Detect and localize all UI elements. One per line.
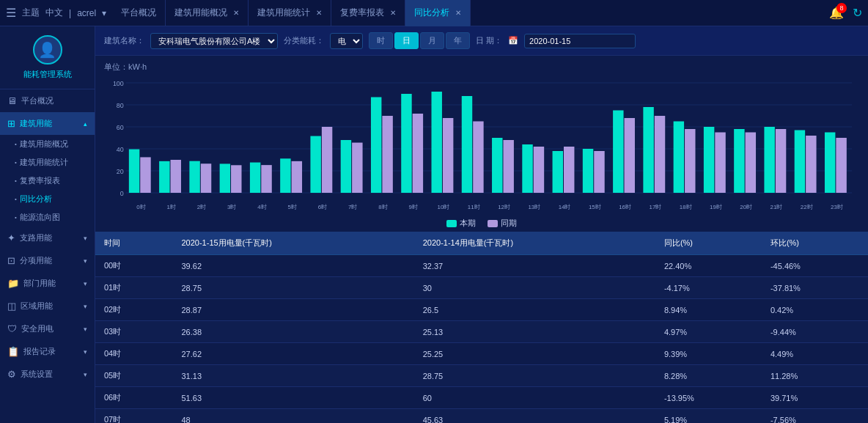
- svg-rect-40: [261, 165, 271, 193]
- svg-rect-46: [443, 118, 453, 193]
- svg-text:19时: 19时: [710, 204, 722, 210]
- svg-rect-17: [280, 158, 290, 193]
- svg-text:22时: 22时: [801, 204, 813, 210]
- hour-btn[interactable]: 时: [369, 32, 393, 49]
- top-tab[interactable]: 建筑用能概况✕: [166, 0, 249, 26]
- building-select[interactable]: 安科瑞电气股份有限公司A楼: [150, 33, 278, 49]
- building-icon: ⊞: [7, 118, 15, 129]
- tab-close-icon[interactable]: ✕: [455, 9, 461, 17]
- table-row: 05时31.1328.758.28%11.28%: [95, 365, 868, 387]
- sidebar-sub-rates[interactable]: 复费率报表: [9, 172, 95, 190]
- top-tab[interactable]: 建筑用能统计✕: [249, 0, 331, 26]
- sidebar-item-safety[interactable]: 🛡 安全用电 ▾: [0, 317, 95, 340]
- svg-text:13时: 13时: [528, 204, 540, 210]
- dept-icon: 📁: [7, 278, 19, 289]
- svg-text:23时: 23时: [831, 204, 843, 210]
- chevron-icon: ▾: [84, 235, 87, 242]
- sidebar-item-settings[interactable]: ⚙ 系统设置 ▾: [0, 363, 95, 386]
- top-bar-left: ☰ 主题 中文 | acrel ▾: [6, 6, 106, 20]
- svg-text:0: 0: [120, 190, 124, 197]
- table-cell: 9.39%: [655, 343, 762, 365]
- svg-text:20时: 20时: [740, 204, 752, 210]
- category-select[interactable]: 电: [330, 33, 363, 49]
- svg-text:100: 100: [113, 80, 124, 87]
- table-cell: 28.75: [414, 365, 655, 387]
- chevron-icon: ▾: [84, 257, 87, 265]
- table-row: 01时28.7530-4.17%-37.81%: [95, 277, 868, 299]
- svg-rect-12: [129, 150, 139, 193]
- top-tabs: 平台概况建筑用能概况✕建筑用能统计✕复费率报表✕同比分析✕: [112, 0, 829, 26]
- table-header: 环比(%): [762, 232, 868, 255]
- svg-rect-49: [534, 147, 544, 193]
- svg-text:7时: 7时: [348, 204, 357, 210]
- svg-rect-27: [583, 149, 593, 193]
- svg-text:2时: 2时: [197, 204, 206, 210]
- refresh-icon[interactable]: ↻: [853, 6, 862, 20]
- top-tab[interactable]: 平台概况: [112, 0, 166, 26]
- svg-text:16时: 16时: [619, 204, 631, 210]
- safety-icon: 🛡: [7, 323, 17, 334]
- svg-rect-48: [503, 140, 513, 193]
- svg-rect-16: [250, 163, 260, 193]
- year-btn[interactable]: 年: [446, 32, 470, 49]
- table-cell: 28.87: [172, 299, 413, 321]
- bell-icon[interactable]: 🔔 8: [829, 6, 844, 20]
- table-row: 00时39.6232.3722.40%-45.46%: [95, 255, 868, 277]
- avatar: 👤: [33, 35, 62, 65]
- sidebar-item-platform[interactable]: 🖥 平台概况: [0, 89, 95, 112]
- sidebar-item-sub[interactable]: ⊡ 分项用能 ▾: [0, 249, 95, 272]
- sidebar-item-reports[interactable]: 📋 报告记录 ▾: [0, 340, 95, 363]
- table-cell: 60: [414, 387, 655, 409]
- table-cell: 4.97%: [655, 321, 762, 343]
- sidebar-item-area[interactable]: ◫ 区域用能 ▾: [0, 295, 95, 317]
- svg-text:10时: 10时: [438, 204, 450, 210]
- tab-close-icon[interactable]: ✕: [233, 9, 239, 17]
- sidebar-item-dept[interactable]: 📁 部门用能 ▾: [0, 272, 95, 295]
- table-cell: 8.28%: [655, 365, 762, 387]
- table-cell: 07时: [95, 409, 172, 424]
- date-input[interactable]: 2020-01-15: [524, 34, 636, 48]
- table-cell: 22.40%: [655, 255, 762, 277]
- chart-area: 单位：kW·h 0204060801000时1时2时3时4时5时6时7时8时9时…: [95, 56, 868, 232]
- tab-close-icon[interactable]: ✕: [390, 9, 396, 17]
- sidebar-sub-overview[interactable]: 建筑用能概况: [9, 135, 95, 153]
- legend-current-label: 本期: [460, 218, 476, 229]
- table-cell: -13.95%: [655, 387, 762, 409]
- sidebar-item-branch[interactable]: ✦ 支路用能 ▾: [0, 227, 95, 249]
- sidebar-item-label: 系统设置: [21, 369, 53, 380]
- svg-rect-52: [625, 118, 635, 193]
- top-bar: ☰ 主题 中文 | acrel ▾ 平台概况建筑用能概况✕建筑用能统计✕复费率报…: [0, 0, 868, 26]
- filter-bar: 建筑名称： 安科瑞电气股份有限公司A楼 分类能耗： 电 时 日 月 年 日 期：…: [95, 26, 868, 56]
- svg-rect-33: [764, 127, 774, 193]
- svg-rect-20: [371, 98, 381, 194]
- system-title: 能耗管理系统: [23, 69, 72, 80]
- svg-rect-32: [734, 129, 744, 193]
- table-cell: -7.56%: [762, 409, 868, 424]
- sidebar-sub-stats[interactable]: 建筑用能统计: [9, 153, 95, 172]
- sidebar-sub-compare[interactable]: 同比分析: [9, 190, 95, 208]
- svg-rect-41: [292, 161, 302, 193]
- tab-close-icon[interactable]: ✕: [316, 9, 322, 17]
- top-tab[interactable]: 复费率报表✕: [331, 0, 405, 26]
- data-table: 时间2020-1-15用电量(千瓦时)2020-1-14用电量(千瓦时)同比(%…: [95, 232, 868, 423]
- day-btn[interactable]: 日: [394, 32, 419, 49]
- table-cell: 26.38: [172, 321, 413, 343]
- svg-rect-26: [553, 151, 563, 193]
- table-row: 07时4845.635.19%-7.56%: [95, 409, 868, 424]
- sidebar-item-building[interactable]: ⊞ 建筑用能 ▴: [0, 112, 95, 135]
- svg-text:17时: 17时: [649, 204, 661, 210]
- settings-icon: ⚙: [7, 369, 16, 380]
- top-tab[interactable]: 同比分析✕: [405, 0, 471, 26]
- menu-icon[interactable]: ☰: [6, 6, 16, 20]
- top-bar-right: 🔔 8 ↻: [829, 6, 862, 20]
- svg-rect-55: [715, 133, 725, 194]
- svg-rect-14: [189, 161, 199, 193]
- sidebar-sub-flow[interactable]: 能源流向图: [9, 208, 95, 227]
- svg-text:18时: 18时: [680, 204, 692, 210]
- month-btn[interactable]: 月: [420, 32, 444, 49]
- svg-text:0时: 0时: [136, 204, 145, 210]
- chevron-icon: ▾: [84, 280, 87, 287]
- chevron-icon: ▾: [84, 325, 87, 333]
- svg-rect-30: [674, 122, 684, 194]
- table-cell: -9.44%: [762, 321, 868, 343]
